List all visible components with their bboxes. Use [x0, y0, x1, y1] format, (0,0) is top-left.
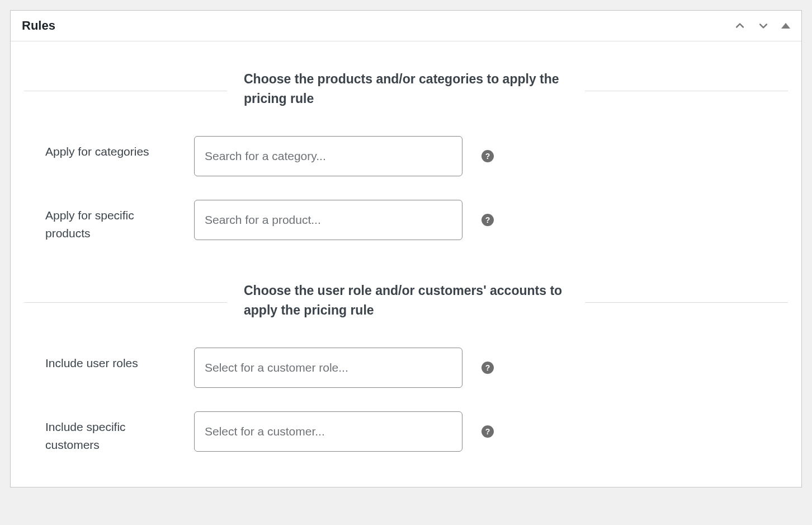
move-down-button[interactable] — [758, 20, 769, 31]
help-icon[interactable]: ? — [481, 150, 494, 162]
products-search-input[interactable] — [194, 200, 462, 240]
input-col — [194, 136, 462, 176]
label-categories: Apply for categories — [24, 136, 181, 161]
panel-body: Choose the products and/or categories to… — [11, 41, 801, 487]
help-col: ? — [476, 411, 494, 452]
row-user-roles: Include user roles ? — [24, 348, 788, 388]
help-col: ? — [476, 136, 494, 176]
categories-search-input[interactable] — [194, 136, 462, 176]
panel-title: Rules — [22, 18, 55, 33]
collapse-toggle[interactable] — [781, 23, 790, 29]
input-col — [194, 411, 462, 452]
help-icon[interactable]: ? — [481, 425, 494, 438]
help-icon[interactable]: ? — [481, 362, 494, 374]
help-col: ? — [476, 200, 494, 240]
chevron-up-icon — [734, 20, 745, 32]
label-customers: Include specific customers — [24, 411, 181, 453]
row-categories: Apply for categories ? — [24, 136, 788, 176]
help-icon[interactable]: ? — [481, 214, 494, 226]
move-up-button[interactable] — [734, 20, 745, 31]
rules-panel: Rules Choose the products and/or categor… — [10, 10, 802, 487]
chevron-down-icon — [758, 20, 769, 32]
panel-header: Rules — [11, 11, 801, 41]
customers-search-input[interactable] — [194, 411, 462, 452]
panel-actions — [734, 20, 790, 31]
divider-line — [24, 91, 227, 91]
section-header-products: Choose the products and/or categories to… — [24, 69, 788, 108]
user-roles-search-input[interactable] — [194, 348, 462, 388]
section-heading-products: Choose the products and/or categories to… — [227, 69, 585, 108]
row-products: Apply for specific products ? — [24, 200, 788, 242]
input-col — [194, 200, 462, 240]
label-user-roles: Include user roles — [24, 348, 181, 372]
row-customers: Include specific customers ? — [24, 411, 788, 453]
section-header-users: Choose the user role and/or customers' a… — [24, 281, 788, 320]
divider-line — [24, 302, 227, 303]
help-col: ? — [476, 348, 494, 388]
label-products: Apply for specific products — [24, 200, 181, 242]
divider-line — [585, 91, 788, 91]
input-col — [194, 348, 462, 388]
divider-line — [585, 302, 788, 303]
section-heading-users: Choose the user role and/or customers' a… — [227, 281, 585, 320]
